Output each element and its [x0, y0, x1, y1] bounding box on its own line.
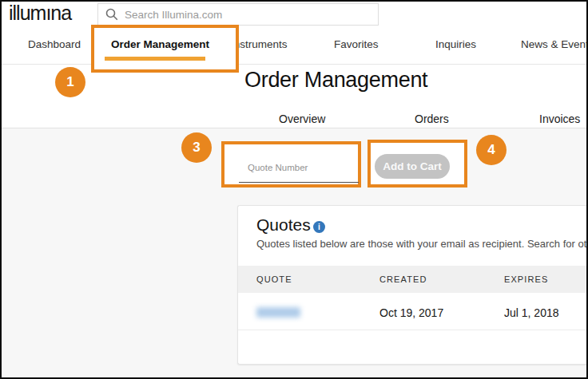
- callout-circle-4: 4: [476, 135, 507, 165]
- column-header-expires: EXPIRES: [504, 274, 548, 284]
- column-header-created: CREATED: [379, 274, 427, 284]
- quotes-description: Quotes listed below are those with your …: [256, 238, 586, 250]
- nav-item-order-management[interactable]: Order Management: [111, 38, 209, 50]
- main-nav: [2, 26, 586, 65]
- search-input[interactable]: [125, 9, 348, 21]
- search-icon: [105, 8, 118, 21]
- tab-orders[interactable]: Orders: [415, 113, 449, 125]
- nav-item-inquiries[interactable]: Inquiries: [435, 38, 476, 50]
- table-row: Oct 19, 2017 Jul 1, 2018: [238, 293, 586, 330]
- site-search[interactable]: [97, 3, 379, 26]
- add-to-cart-button[interactable]: Add to Cart: [375, 154, 450, 179]
- expires-date: Jul 1, 2018: [504, 306, 559, 319]
- nav-item-news-events[interactable]: News & Events: [521, 38, 588, 50]
- column-header-quote: QUOTE: [256, 274, 292, 284]
- screenshot-frame: illumına Dashboard Order Management Inst…: [0, 0, 588, 379]
- created-date: Oct 19, 2017: [379, 306, 443, 319]
- info-icon[interactable]: i: [313, 221, 325, 233]
- quote-number-link-blurred[interactable]: [256, 307, 300, 318]
- page-title: Order Management: [244, 68, 427, 93]
- quote-number-input[interactable]: [239, 155, 359, 183]
- nav-item-favorites[interactable]: Favorites: [334, 38, 379, 50]
- nav-item-instruments[interactable]: Instruments: [231, 38, 288, 50]
- tab-invoices[interactable]: Invoices: [539, 113, 580, 125]
- active-nav-underline: [105, 57, 205, 61]
- callout-circle-1: 1: [55, 67, 85, 97]
- quotes-section-title: Quotes: [256, 215, 311, 235]
- callout-circle-3: 3: [181, 132, 212, 163]
- tab-overview[interactable]: Overview: [279, 113, 325, 125]
- illumina-logo[interactable]: illumına: [9, 2, 71, 25]
- quotes-card: Quotes i Quotes listed below are those w…: [237, 205, 586, 365]
- nav-item-dashboard[interactable]: Dashboard: [28, 38, 81, 50]
- quotes-table-header: QUOTE CREATED EXPIRES: [238, 266, 586, 293]
- row-divider: [238, 330, 586, 330]
